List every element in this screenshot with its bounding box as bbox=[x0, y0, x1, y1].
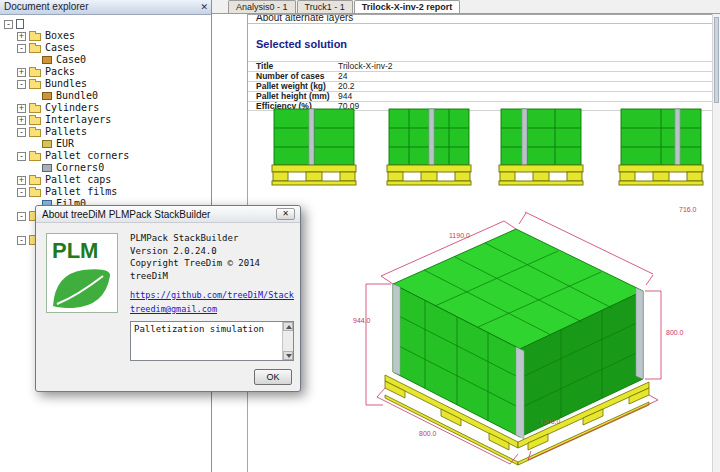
collapse-icon[interactable]: - bbox=[17, 212, 26, 221]
tree-item-boxes[interactable]: +Boxes bbox=[4, 30, 210, 42]
pallet-view-thumbnail-2 bbox=[386, 107, 472, 187]
tree-indent bbox=[4, 150, 17, 162]
tree-item-packs[interactable]: +Packs bbox=[4, 66, 210, 78]
pallet-view-thumbnail-4 bbox=[618, 107, 704, 187]
expand-icon[interactable]: + bbox=[17, 68, 26, 77]
description-box[interactable]: Palletization simulation bbox=[130, 321, 294, 361]
tab-bar: Analysis0 - 1Truck1 - 1Trilock-X-inv-2 r… bbox=[212, 0, 720, 14]
table-cell-value: 20.2 bbox=[338, 82, 355, 91]
isometric-pallet-drawing bbox=[353, 199, 713, 469]
folder-icon bbox=[29, 177, 41, 185]
app-name: PLMPack StackBuilder bbox=[130, 232, 294, 245]
table-cell-value: 24 bbox=[338, 72, 347, 81]
tab-analysis0-1[interactable]: Analysis0 - 1 bbox=[228, 0, 296, 13]
table-cell-label: Pallet height (mm) bbox=[248, 92, 338, 101]
dialog-body: PLM PLMPack StackBuilder Version 2.0.24.… bbox=[36, 223, 300, 391]
section-title: Selected solution bbox=[256, 38, 712, 50]
folder-icon bbox=[29, 69, 41, 77]
email-link[interactable]: treedim@gmail.com bbox=[130, 303, 294, 315]
collapse-icon[interactable]: - bbox=[4, 20, 13, 29]
table-cell-label: Number of cases bbox=[248, 72, 338, 81]
scroll-up-icon[interactable] bbox=[283, 322, 293, 331]
about-dialog: About treeDiM PLMPack StackBuilder ✕ PLM… bbox=[35, 205, 301, 392]
table-row: Pallet height (mm)944 bbox=[248, 91, 712, 101]
collapse-icon[interactable]: - bbox=[17, 152, 26, 161]
folder-icon bbox=[29, 129, 41, 137]
close-icon[interactable]: ✕ bbox=[276, 208, 295, 220]
folder-icon bbox=[29, 153, 41, 161]
scrollbar-thumb[interactable] bbox=[714, 17, 719, 103]
dialog-titlebar[interactable]: About treeDiM PLMPack StackBuilder ✕ bbox=[36, 206, 300, 223]
company-name: treeDiM bbox=[130, 270, 294, 283]
clipped-row-text: About alternate layers bbox=[256, 15, 353, 23]
corners-icon bbox=[42, 164, 52, 172]
report-clipped-row: About alternate layers bbox=[248, 15, 712, 24]
collapse-icon[interactable]: - bbox=[17, 128, 26, 137]
table-cell-value: 944 bbox=[338, 92, 352, 101]
dimension-label-left: 944.0 bbox=[353, 317, 371, 324]
tree-item-label: EUR bbox=[56, 138, 74, 150]
folder-icon bbox=[29, 105, 41, 113]
tree-item-case0[interactable]: Case0 bbox=[4, 54, 210, 66]
table-row: Number of cases24 bbox=[248, 71, 712, 81]
description-scrollbar[interactable] bbox=[282, 322, 293, 360]
ok-button[interactable]: OK bbox=[254, 369, 292, 385]
tree-item-corners0[interactable]: Corners0 bbox=[4, 162, 210, 174]
repository-link[interactable]: https://github.com/treeDiM/StackBuilder/… bbox=[130, 289, 294, 301]
tree-item-label: Packs bbox=[45, 66, 75, 78]
tree-indent bbox=[4, 162, 30, 174]
table-row: Pallet weight (kg)20.2 bbox=[248, 81, 712, 91]
tree-item-eur[interactable]: EUR bbox=[4, 138, 210, 150]
tab-trilock-x-inv-2-report[interactable]: Trilock-X-inv-2 report bbox=[354, 0, 461, 13]
solution-table: TitleTrilock-X-inv-2Number of cases24Pal… bbox=[248, 61, 712, 111]
tree-item-pallet-films[interactable]: -Pallet films bbox=[4, 186, 210, 198]
case-icon bbox=[42, 56, 52, 64]
dimension-label-top-right: 716.0 bbox=[679, 206, 697, 213]
document-icon bbox=[16, 19, 24, 29]
tree-item-pallets[interactable]: -Pallets bbox=[4, 126, 210, 138]
tree-indent bbox=[4, 114, 17, 126]
tree-item-bundles[interactable]: -Bundles bbox=[4, 78, 210, 90]
tree-indent bbox=[4, 234, 17, 246]
tree-indent bbox=[4, 42, 17, 54]
tree-item-bundle0[interactable]: Bundle0 bbox=[4, 90, 210, 102]
tree-item-label: Cylinders bbox=[45, 102, 99, 114]
tree-indent bbox=[4, 54, 30, 66]
collapse-icon[interactable]: - bbox=[17, 44, 26, 53]
tree-item-interlayers[interactable]: +Interlayers bbox=[4, 114, 210, 126]
folder-icon bbox=[29, 189, 41, 197]
tree-item-cylinders[interactable]: +Cylinders bbox=[4, 102, 210, 114]
close-icon[interactable]: ✕ bbox=[200, 1, 208, 13]
tree-item-pallet-corners[interactable]: -Pallet corners bbox=[4, 150, 210, 162]
collapse-icon[interactable]: - bbox=[17, 236, 26, 245]
description-text: Palletization simulation bbox=[134, 324, 264, 334]
app-copyright: Copyright TreeDim © 2014 bbox=[130, 257, 294, 270]
bundle-icon bbox=[42, 92, 52, 100]
expand-icon[interactable]: + bbox=[17, 32, 26, 41]
expand-icon[interactable]: + bbox=[17, 116, 26, 125]
tab-truck1-1[interactable]: Truck1 - 1 bbox=[297, 0, 353, 13]
scroll-down-icon[interactable] bbox=[283, 351, 293, 360]
tree-item-pallet-caps[interactable]: +Pallet caps bbox=[4, 174, 210, 186]
dialog-title: About treeDiM PLMPack StackBuilder bbox=[42, 209, 210, 220]
vertical-scrollbar[interactable] bbox=[712, 14, 720, 472]
dimension-label-top-left: 1190.0 bbox=[449, 232, 470, 239]
tree-item-label: Cases bbox=[45, 42, 75, 54]
app-version: Version 2.0.24.0 bbox=[130, 245, 294, 258]
report-page: About alternate layers Selected solution… bbox=[247, 14, 713, 472]
dimension-label-right: 800.0 bbox=[666, 329, 684, 336]
tree-indent bbox=[4, 102, 17, 114]
tree-indent bbox=[4, 66, 17, 78]
folder-icon bbox=[29, 81, 41, 89]
tree-indent bbox=[4, 78, 17, 90]
tree-item-root[interactable]: - bbox=[4, 18, 210, 30]
expand-icon[interactable]: + bbox=[17, 176, 26, 185]
folder-icon bbox=[29, 33, 41, 41]
tree-item-cases[interactable]: -Cases bbox=[4, 42, 210, 54]
collapse-icon[interactable]: - bbox=[17, 188, 26, 197]
pallet-view-thumbnail-1 bbox=[271, 107, 357, 187]
expand-icon[interactable]: + bbox=[17, 104, 26, 113]
plm-logo-text: PLM bbox=[52, 238, 98, 263]
collapse-icon[interactable]: - bbox=[17, 80, 26, 89]
tree-item-label: Pallets bbox=[45, 126, 87, 138]
